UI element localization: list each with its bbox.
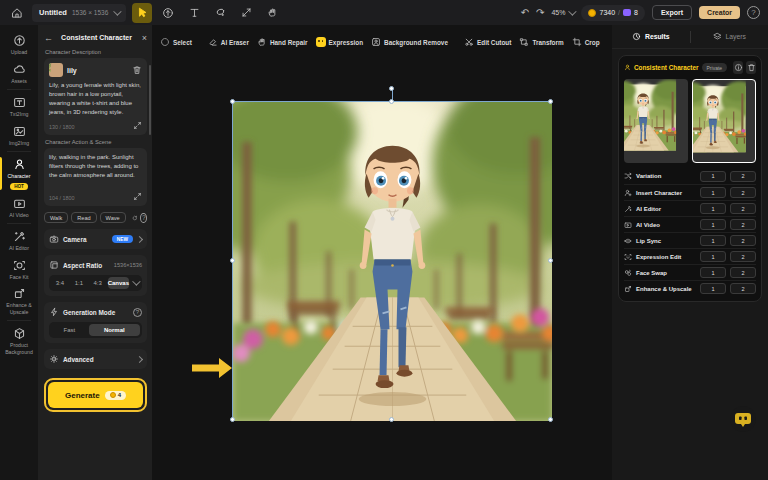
ratio-4-3-button[interactable]: 4:3: [89, 277, 107, 289]
delete-result-button[interactable]: [746, 61, 756, 74]
sidebar-item-character[interactable]: Character HOT: [0, 154, 38, 193]
generate-button[interactable]: Generate 4: [48, 382, 143, 408]
result-thumbnail-2-selected[interactable]: [692, 79, 756, 163]
edit-cutout-button[interactable]: Edit Cutout: [464, 37, 511, 47]
sidebar-item-ai-editor[interactable]: AI Editor: [0, 226, 38, 255]
ai-video-option-2[interactable]: 2: [730, 219, 756, 230]
character-description-text[interactable]: Lily, a young female with light skin, br…: [49, 81, 142, 117]
expression-button[interactable]: Expression: [316, 37, 363, 47]
resize-handle-right[interactable]: [548, 258, 553, 263]
hand-repair-button[interactable]: Hand Repair: [257, 37, 308, 47]
face-swap-option-1[interactable]: 1: [700, 267, 726, 278]
ai-editor-option-1[interactable]: 1: [700, 203, 726, 214]
character-avatar[interactable]: [49, 63, 63, 77]
expression-edit-option-2[interactable]: 2: [730, 251, 756, 262]
text-tool-button[interactable]: [184, 3, 204, 23]
expression-edit-option-1[interactable]: 1: [700, 251, 726, 262]
sidebar-item-ai-video[interactable]: AI Video: [0, 193, 38, 222]
background-remove-button[interactable]: Background Remove: [371, 37, 448, 47]
mode-normal-button[interactable]: Normal: [89, 324, 140, 336]
camera-setting[interactable]: Camera NEW: [44, 229, 147, 249]
ai-eraser-button[interactable]: AI Eraser: [208, 37, 249, 47]
document-title-chip[interactable]: Untitled 1536 × 1536: [32, 4, 126, 22]
redo-icon[interactable]: ↷: [536, 8, 544, 18]
sidebar-item-upload[interactable]: Upload: [0, 30, 38, 59]
refresh-icon[interactable]: [132, 213, 138, 223]
hand-tool-button[interactable]: [262, 3, 282, 23]
expand-icon[interactable]: [133, 121, 142, 130]
select-tool-button[interactable]: [132, 3, 152, 23]
zoom-level-dropdown[interactable]: 45%: [551, 9, 574, 16]
canvas-area[interactable]: Select AI Eraser Hand Repair Expression …: [152, 25, 612, 480]
resize-handle-left[interactable]: [230, 258, 235, 263]
resize-handle-bottom[interactable]: [389, 417, 394, 422]
undo-icon[interactable]: ↶: [521, 8, 529, 18]
export-button[interactable]: Export: [652, 5, 692, 20]
feature-row-ai-editor: AI Editor 1 2: [624, 200, 756, 216]
resize-handle-top-left[interactable]: [230, 99, 235, 104]
close-icon[interactable]: ×: [137, 33, 147, 43]
home-icon[interactable]: [8, 4, 26, 22]
variation-option-2[interactable]: 2: [730, 171, 756, 182]
ratio-canvas-button[interactable]: Canvas: [108, 277, 129, 289]
tag-wave[interactable]: Wave: [100, 212, 126, 223]
tag-walk[interactable]: Walk: [44, 212, 68, 223]
ai-editor-option-2[interactable]: 2: [730, 203, 756, 214]
trash-icon[interactable]: [132, 65, 142, 75]
advanced-setting[interactable]: Advanced: [44, 349, 147, 369]
scissors-icon: [464, 37, 474, 47]
selected-image-frame[interactable]: [232, 101, 551, 420]
tab-layers[interactable]: Layers: [691, 32, 768, 41]
enhance-upscale-option-2[interactable]: 2: [730, 283, 756, 294]
info-button[interactable]: [733, 61, 743, 74]
tags-help-icon[interactable]: ?: [140, 213, 147, 223]
insert-character-option-1[interactable]: 1: [700, 187, 726, 198]
resize-tool-button[interactable]: [236, 3, 256, 23]
sidebar-item-face-kit[interactable]: Face Kit: [0, 255, 38, 284]
mode-help-icon[interactable]: ?: [133, 308, 142, 317]
aspect-ratio-setting: Aspect Ratio 1536×1536 3:4 1:1 4:3 Canva…: [44, 255, 147, 296]
resize-handle-bottom-right[interactable]: [548, 417, 553, 422]
variation-option-1[interactable]: 1: [700, 171, 726, 182]
tab-results[interactable]: Results: [612, 32, 690, 41]
image-to-image-icon: [13, 125, 26, 138]
generated-park-image[interactable]: [233, 102, 552, 421]
enhance-upscale-option-1[interactable]: 1: [700, 283, 726, 294]
result-thumbnail-1[interactable]: [624, 79, 688, 163]
help-icon[interactable]: ?: [747, 6, 760, 19]
ratio-3-4-button[interactable]: 3:4: [51, 277, 69, 289]
sidebar-item-product-background[interactable]: Product Background: [0, 323, 38, 358]
resize-handle-bottom-left[interactable]: [230, 417, 235, 422]
lip-sync-option-1[interactable]: 1: [700, 235, 726, 246]
trash-icon: [747, 63, 756, 72]
tag-read[interactable]: Read: [71, 212, 96, 223]
ai-video-option-1[interactable]: 1: [700, 219, 726, 230]
sidebar-item-enhance-upscale[interactable]: Enhance & Upscale: [0, 283, 38, 318]
resize-handle-top-right[interactable]: [548, 99, 553, 104]
ratio-more-dropdown[interactable]: [130, 280, 140, 286]
credits-chip[interactable]: 7340 / 8: [581, 5, 644, 21]
insert-character-option-2[interactable]: 2: [730, 187, 756, 198]
panel-scrollbar[interactable]: [149, 65, 151, 135]
mode-fast-button[interactable]: Fast: [51, 324, 88, 336]
action-scene-text[interactable]: lily, walking in the park. Sunlight filt…: [49, 153, 142, 180]
sidebar-item-assets[interactable]: Assets: [0, 59, 38, 88]
expand-icon[interactable]: [133, 192, 142, 201]
frame-tool-button[interactable]: [158, 3, 178, 23]
back-arrow-icon[interactable]: ←: [44, 33, 56, 43]
lip-sync-option-2[interactable]: 2: [730, 235, 756, 246]
crop-button[interactable]: Crop: [572, 37, 600, 47]
ratio-1-1-button[interactable]: 1:1: [70, 277, 88, 289]
lasso-select-icon: [160, 37, 170, 47]
sidebar-item-txt2img[interactable]: Txt2Img: [0, 92, 38, 121]
select-mode-button[interactable]: Select: [160, 37, 192, 47]
rotate-handle[interactable]: [389, 86, 394, 91]
canvas-toolbar: Select AI Eraser Hand Repair Expression …: [160, 31, 612, 53]
support-chat-icon[interactable]: [730, 406, 756, 432]
resize-handle-top[interactable]: [389, 99, 394, 104]
face-swap-option-2[interactable]: 2: [730, 267, 756, 278]
sidebar-item-img2img[interactable]: Img2Img: [0, 121, 38, 150]
creator-button[interactable]: Creator: [699, 6, 740, 19]
pen-tool-button[interactable]: [210, 3, 230, 23]
transform-button[interactable]: Transform: [519, 37, 563, 47]
